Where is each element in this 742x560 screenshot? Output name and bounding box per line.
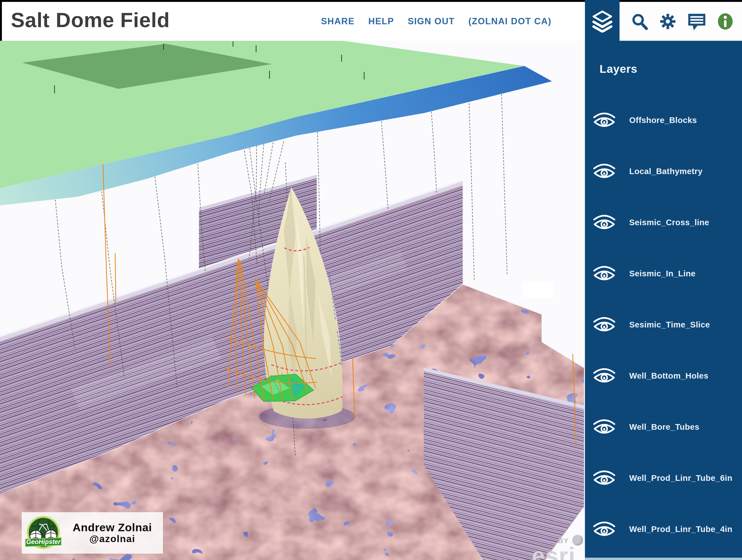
tab-layers[interactable]	[585, 0, 620, 42]
layer-row-well_bottom_holes[interactable]: Well_Bottom_Holes	[585, 350, 742, 401]
layer-row-local_bathymetry[interactable]: Local_Bathymetry	[585, 146, 742, 197]
nav-link-share[interactable]: SHARE	[321, 16, 355, 27]
comments-icon[interactable]	[687, 12, 707, 31]
visibility-eye-icon[interactable]	[592, 264, 616, 283]
layers-icon	[591, 10, 614, 33]
visibility-eye-icon[interactable]	[592, 367, 616, 385]
watermark-name: Andrew Zolnai	[62, 521, 163, 534]
esri-attribution: BY esri	[530, 534, 585, 560]
layer-label: Offshore_Blocks	[629, 115, 697, 125]
visibility-eye-icon[interactable]	[592, 213, 616, 232]
render-artifact-box	[523, 282, 554, 298]
layer-row-offshore_blocks[interactable]: Offshore_Blocks	[585, 95, 742, 146]
layer-row-well_bore_tubes[interactable]: Well_Bore_Tubes	[585, 401, 742, 452]
esri-brand-label: esri	[532, 542, 576, 560]
layer-label: Sesimic_Time_Slice	[629, 320, 710, 329]
layers-panel-title: Layers	[599, 62, 637, 75]
layer-label: Seismic_Cross_line	[629, 218, 709, 227]
layers-panel: Layers Offshore_Blocks Local_Bathymetry …	[585, 41, 742, 560]
nav-link-help[interactable]: HELP	[368, 16, 394, 27]
nav-links: SHAREHELPSIGN OUT(ZOLNAI DOT CA)	[321, 2, 551, 41]
layer-label: Seismic_In_Line	[629, 269, 696, 278]
geohipster-logo-text: GeoHipster	[26, 538, 61, 545]
page-title: Salt Dome Field	[11, 8, 170, 32]
layer-label: Well_Prod_Linr_Tube_4in	[629, 524, 732, 534]
geohipster-logo-icon: GeoHipster	[25, 514, 62, 551]
toolbar	[620, 2, 742, 41]
scene-3d-viewport[interactable]	[0, 41, 585, 560]
layer-row-seismic_cross_line[interactable]: Seismic_Cross_line	[585, 197, 742, 248]
layer-label: Well_Prod_Linr_Tube_6in	[629, 473, 732, 483]
visibility-eye-icon[interactable]	[592, 315, 616, 334]
layers-list: Offshore_Blocks Local_Bathymetry Seismic…	[585, 95, 742, 555]
panel-bottom-strip	[585, 558, 742, 560]
gear-icon[interactable]	[658, 12, 677, 31]
visibility-eye-icon[interactable]	[592, 162, 616, 181]
info-icon[interactable]	[717, 13, 734, 30]
layer-label: Well_Bore_Tubes	[629, 422, 699, 431]
layer-label: Local_Bathymetry	[629, 166, 702, 176]
layer-label: Well_Bottom_Holes	[629, 371, 708, 380]
app-header: Salt Dome Field SHAREHELPSIGN OUT(ZOLNAI…	[2, 2, 585, 41]
visibility-eye-icon[interactable]	[592, 520, 616, 538]
visibility-eye-icon[interactable]	[592, 111, 616, 129]
nav-link-zolnai-dot-ca[interactable]: (ZOLNAI DOT CA)	[468, 16, 551, 27]
layer-row-seismic_in_line[interactable]: Seismic_In_Line	[585, 248, 742, 299]
watermark-text: Andrew Zolnai @azolnai	[62, 521, 163, 545]
layer-row-sesimic_time_slice[interactable]: Sesimic_Time_Slice	[585, 299, 742, 350]
search-icon[interactable]	[630, 12, 649, 31]
nav-link-sign-out[interactable]: SIGN OUT	[408, 16, 455, 27]
visibility-eye-icon[interactable]	[592, 418, 616, 436]
layer-row-well_prod_linr_tube_4in[interactable]: Well_Prod_Linr_Tube_4in	[585, 503, 742, 555]
watermark: GeoHipster Andrew Zolnai @azolnai	[22, 512, 163, 554]
watermark-handle: @azolnai	[62, 533, 163, 545]
visibility-eye-icon[interactable]	[592, 469, 616, 487]
layer-row-well_prod_linr_tube_6in[interactable]: Well_Prod_Linr_Tube_6in	[585, 452, 742, 503]
